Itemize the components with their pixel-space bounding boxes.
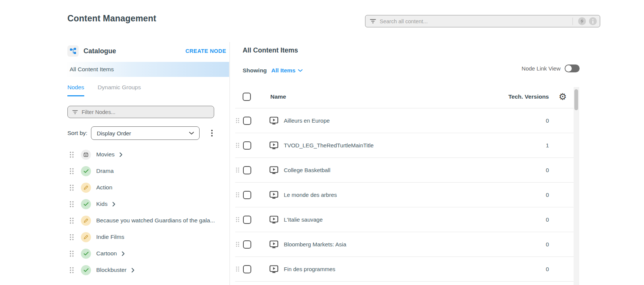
filter-nodes-input[interactable]: Filter Nodes... <box>67 106 214 118</box>
row-checkbox[interactable] <box>243 117 251 125</box>
node-status-icon <box>81 216 91 226</box>
row-tech-versions: 1 <box>509 142 549 148</box>
row-tech-versions: 0 <box>509 241 549 248</box>
filter-placeholder: Filter Nodes... <box>82 109 115 115</box>
panel-divider <box>230 42 230 285</box>
sort-order-value: Display Order <box>97 130 189 136</box>
showing-filter-value: All Items <box>271 67 296 74</box>
showing-filter-dropdown[interactable]: All Items <box>271 67 303 74</box>
row-checkbox[interactable] <box>243 141 251 150</box>
node-status-icon <box>81 265 91 275</box>
node-status-icon <box>81 232 91 242</box>
toggle-knob <box>565 65 572 72</box>
drag-handle-icon[interactable] <box>236 217 239 222</box>
table-row[interactable]: Fin des programmes 0 <box>235 257 574 282</box>
node-label: Movies <box>96 151 115 158</box>
drag-handle-icon[interactable] <box>70 184 74 191</box>
table-scrollbar-thumb[interactable] <box>574 89 578 110</box>
catalogue-panel: Catalogue CREATE NODE All Content Items … <box>67 42 229 278</box>
node-status-icon <box>81 150 91 160</box>
sort-options-menu-icon[interactable] <box>211 130 213 136</box>
node-label: Because you watched Guardians of the gal… <box>96 217 215 224</box>
global-search-input[interactable]: Search all content... <box>365 15 600 27</box>
drag-handle-icon[interactable] <box>236 167 239 173</box>
row-tech-versions: 0 <box>509 266 549 272</box>
drag-handle-icon[interactable] <box>70 201 74 207</box>
row-tech-versions: 0 <box>509 192 549 198</box>
content-items-title: All Content Items <box>243 46 580 54</box>
lightning-icon[interactable] <box>578 17 586 25</box>
sidebar-node-blockbuster[interactable]: Blockbuster <box>67 262 229 278</box>
row-name: Ailleurs en Europe <box>284 117 509 124</box>
table-row[interactable]: TVOD_LEG_TheRedTurtleMainTitle 1 <box>235 133 574 158</box>
sidebar-node-drama[interactable]: Drama <box>67 163 229 179</box>
drag-handle-icon[interactable] <box>70 152 74 158</box>
sidebar-node-because-you-watched-guardians-of-the-gala[interactable]: Because you watched Guardians of the gal… <box>67 212 229 229</box>
filter-icon <box>72 110 78 114</box>
video-icon <box>269 141 279 150</box>
row-tech-versions: 0 <box>509 117 549 124</box>
sidebar-node-movies[interactable]: Movies <box>67 146 229 163</box>
row-checkbox[interactable] <box>243 240 251 249</box>
table-row[interactable]: Ailleurs en Europe 0 <box>235 108 574 133</box>
info-icon[interactable] <box>589 17 597 25</box>
row-name: L'Italie sauvage <box>284 216 509 223</box>
sort-by-label: Sort by: <box>67 130 87 136</box>
drag-handle-icon[interactable] <box>70 168 74 174</box>
chevron-down-icon <box>298 69 303 72</box>
sidebar-node-kids[interactable]: Kids <box>67 196 229 212</box>
table-settings-gear-icon[interactable]: ⚙ <box>559 92 574 101</box>
row-checkbox[interactable] <box>243 216 251 224</box>
node-link-view-label: Node Link View <box>522 65 561 72</box>
row-name: TVOD_LEG_TheRedTurtleMainTitle <box>284 142 509 148</box>
sidebar-node-cartoon[interactable]: Cartoon <box>67 245 229 262</box>
node-label: Action <box>96 184 112 191</box>
tab-dynamic-groups[interactable]: Dynamic Groups <box>98 84 141 96</box>
node-status-icon <box>81 199 91 209</box>
drag-handle-icon[interactable] <box>236 266 239 272</box>
tab-nodes[interactable]: Nodes <box>67 84 84 96</box>
sidebar-node-action[interactable]: Action <box>67 179 229 196</box>
node-label: Drama <box>96 168 114 174</box>
video-icon <box>269 240 279 249</box>
row-checkbox[interactable] <box>243 191 251 199</box>
table-row[interactable]: College Basketball 0 <box>235 158 574 183</box>
search-placeholder: Search all content... <box>380 18 572 24</box>
table-row[interactable]: Le monde des arbres 0 <box>235 183 574 207</box>
chevron-right-icon <box>119 152 122 157</box>
sort-order-select[interactable]: Display Order <box>91 126 200 140</box>
table-scrollbar-track[interactable] <box>574 87 579 285</box>
sidebar-node-indie-films[interactable]: Indie Films <box>67 229 229 245</box>
node-link-view-toggle[interactable] <box>565 64 580 72</box>
create-node-button[interactable]: CREATE NODE <box>185 48 226 54</box>
video-icon <box>269 191 279 199</box>
divider <box>572 18 573 25</box>
video-icon <box>269 117 279 125</box>
node-status-icon <box>81 183 91 193</box>
drag-handle-icon[interactable] <box>70 250 74 257</box>
node-label: Indie Films <box>96 234 124 240</box>
drag-handle-icon[interactable] <box>70 267 74 273</box>
drag-handle-icon[interactable] <box>236 142 239 148</box>
sidebar-item-all-content-items[interactable]: All Content Items <box>67 62 229 77</box>
page-title: Content Management <box>67 14 156 24</box>
catalogue-title: Catalogue <box>83 47 185 55</box>
filter-icon <box>370 19 376 24</box>
drag-handle-icon[interactable] <box>70 218 74 224</box>
node-link-view-control: Node Link View <box>522 64 580 72</box>
row-checkbox[interactable] <box>243 265 251 273</box>
video-icon <box>269 166 279 174</box>
sort-row: Sort by: Display Order <box>67 126 229 140</box>
drag-handle-icon[interactable] <box>70 234 74 240</box>
column-tech-versions: Tech. Versions <box>508 93 549 100</box>
table-row[interactable]: L'Italie sauvage 0 <box>235 207 574 232</box>
chevron-down-icon <box>189 132 194 135</box>
drag-handle-icon[interactable] <box>236 118 239 123</box>
node-status-icon <box>81 166 91 176</box>
row-checkbox[interactable] <box>243 166 251 174</box>
node-label: Kids <box>96 201 107 207</box>
select-all-checkbox[interactable] <box>243 93 251 101</box>
drag-handle-icon[interactable] <box>236 242 239 247</box>
drag-handle-icon[interactable] <box>236 192 239 198</box>
table-row[interactable]: Bloomberg Markets: Asia 0 <box>235 232 574 257</box>
